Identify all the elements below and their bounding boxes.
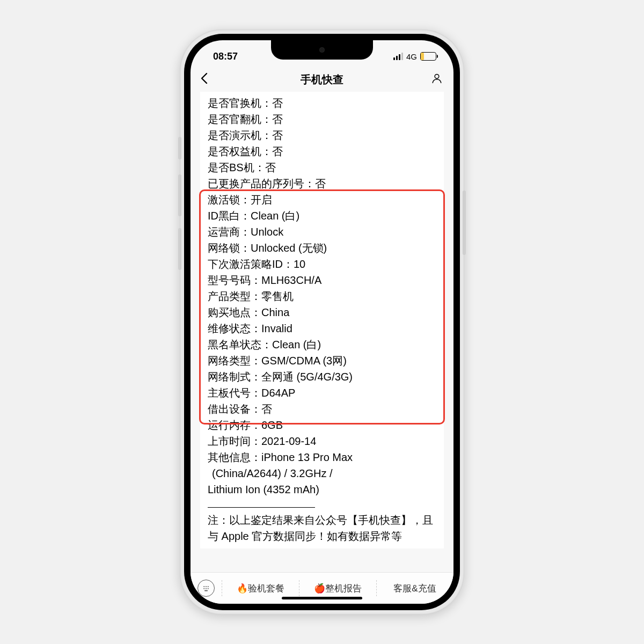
boxed-label: 购买地点 [208, 306, 261, 318]
back-button[interactable] [200, 72, 208, 86]
boxed-label: 黑名单状态 [208, 339, 272, 350]
person-icon [431, 72, 443, 84]
top-label: 是否BS机 [208, 162, 265, 173]
network-label: 4G [406, 52, 417, 61]
boxed-value: 否 [261, 403, 272, 415]
boxed-row: 型号号码MLH63CH/A [208, 272, 436, 288]
top-value: 否 [272, 97, 283, 109]
boxed-row: 购买地点China [208, 304, 436, 320]
boxed-value: 零售机 [261, 290, 294, 302]
top-row: 已更换产品的序列号否 [208, 175, 436, 192]
boxed-label: ID黑白 [208, 210, 251, 222]
phone-frame: 08:57 4G 手机 [180, 30, 464, 614]
boxed-row: 黑名单状态Clean (白) [208, 336, 436, 353]
top-value: 否 [315, 178, 326, 189]
battery-icon [420, 52, 436, 61]
boxed-label: 下次激活策略ID [208, 258, 294, 270]
tab-full-report-label: 🍎整机报告 [314, 582, 362, 595]
chevron-left-icon [200, 72, 208, 84]
boxed-label: 运营商 [208, 226, 251, 238]
boxed-label: 主板代号 [208, 387, 261, 399]
keyboard-icon [197, 580, 215, 597]
svg-point-3 [208, 586, 209, 587]
phone-notch [271, 40, 373, 60]
boxed-value: Clean (白) [272, 339, 321, 350]
boxed-value: D64AP [261, 387, 295, 399]
boxed-value: Clean (白) [251, 210, 299, 222]
top-row: 是否官换机否 [208, 95, 436, 111]
after-rows: 上市时间2021-09-14 [202, 433, 442, 449]
boxed-label: 网络制式 [208, 371, 261, 383]
boxed-value: 全网通 (5G/4G/3G) [261, 371, 353, 383]
after-row: 上市时间2021-09-14 [208, 433, 436, 449]
boxed-row: 产品类型零售机 [208, 288, 436, 304]
other-info-line3: Lithium Ion (4352 mAh) [208, 481, 436, 497]
note-text: 以上鉴定结果来自公众号【手机快查】，且与 Apple 官方数据同步！如有数据异常… [208, 514, 433, 542]
boxed-value: 6GB [261, 419, 283, 431]
top-rows: 是否官换机否是否官翻机否是否演示机否是否权益机否是否BS机否已更换产品的序列号否 [202, 95, 442, 192]
after-label: 上市时间 [208, 435, 261, 447]
other-info-label: 其他信息 [208, 451, 261, 463]
top-row: 是否官翻机否 [208, 111, 436, 127]
side-button-silence [178, 137, 181, 159]
boxed-label: 网络类型 [208, 355, 261, 367]
svg-point-0 [435, 74, 439, 78]
tab-verify-package-label: 🔥验机套餐 [237, 582, 284, 595]
boxed-value: 开启 [251, 194, 272, 206]
svg-point-1 [203, 586, 204, 587]
note-prefix: 注： [208, 514, 229, 526]
boxed-label: 维修状态 [208, 323, 261, 334]
boxed-value: GSM/CDMA (3网) [261, 355, 347, 367]
boxed-value: Unlock [251, 226, 283, 238]
tab-support-topup[interactable]: 客服&充值 [376, 573, 453, 604]
boxed-label: 网络锁 [208, 242, 251, 254]
side-button-power [463, 191, 466, 255]
svg-rect-7 [204, 590, 208, 591]
top-label: 是否官换机 [208, 97, 272, 109]
boxed-label: 型号号码 [208, 274, 261, 286]
other-info-line2: (China/A2644) / 3.2GHz / [208, 465, 436, 481]
nav-bar: 手机快查 [191, 67, 453, 92]
top-value: 否 [272, 129, 283, 141]
keyboard-toggle-button[interactable] [191, 573, 222, 604]
side-button-volume-up [178, 174, 181, 216]
top-row: 是否BS机否 [208, 159, 436, 175]
boxed-label: 运行内存 [208, 419, 261, 431]
top-row: 是否演示机否 [208, 127, 436, 143]
boxed-row: 运行内存6GB [208, 417, 436, 433]
boxed-label: 借出设备 [208, 403, 261, 415]
boxed-row: 网络制式全网通 (5G/4G/3G) [208, 369, 436, 385]
boxed-row: ID黑白Clean (白) [208, 208, 436, 224]
svg-point-4 [203, 588, 204, 589]
boxed-value: 10 [294, 258, 305, 270]
boxed-value: MLH63CH/A [261, 274, 321, 286]
top-label: 是否权益机 [208, 145, 272, 157]
divider [208, 507, 315, 508]
footer-note: 注：以上鉴定结果来自公众号【手机快查】，且与 Apple 官方数据同步！如有数据… [202, 512, 442, 544]
boxed-row: 借出设备否 [208, 401, 436, 417]
top-value: 否 [265, 162, 276, 173]
top-label: 是否演示机 [208, 129, 272, 141]
info-card: 是否官换机否是否官翻机否是否演示机否是否权益机否是否BS机否已更换产品的序列号否… [200, 92, 444, 548]
boxed-row: 运营商Unlock [208, 224, 436, 240]
signal-icon [393, 53, 403, 60]
home-indicator[interactable] [282, 597, 362, 599]
other-info-block: 其他信息iPhone 13 Pro Max (China/A2644) / 3.… [202, 449, 442, 497]
boxed-row: 主板代号D64AP [208, 385, 436, 401]
boxed-row: 激活锁开启 [208, 192, 436, 208]
top-row: 是否权益机否 [208, 143, 436, 159]
profile-button[interactable] [431, 72, 443, 86]
boxed-value: China [261, 306, 289, 318]
svg-point-2 [206, 586, 207, 587]
other-info-line1: iPhone 13 Pro Max [261, 451, 353, 463]
top-value: 否 [272, 113, 283, 125]
top-value: 否 [272, 145, 283, 157]
after-value: 2021-09-14 [261, 435, 316, 447]
top-label: 是否官翻机 [208, 113, 272, 125]
boxed-label: 激活锁 [208, 194, 251, 206]
boxed-value: Unlocked (无锁) [251, 242, 327, 254]
content-area[interactable]: 是否官换机否是否官翻机否是否演示机否是否权益机否是否BS机否已更换产品的序列号否… [191, 92, 453, 572]
svg-point-6 [208, 588, 209, 589]
tab-support-topup-label: 客服&充值 [393, 582, 436, 595]
boxed-row: 下次激活策略ID10 [208, 256, 436, 272]
